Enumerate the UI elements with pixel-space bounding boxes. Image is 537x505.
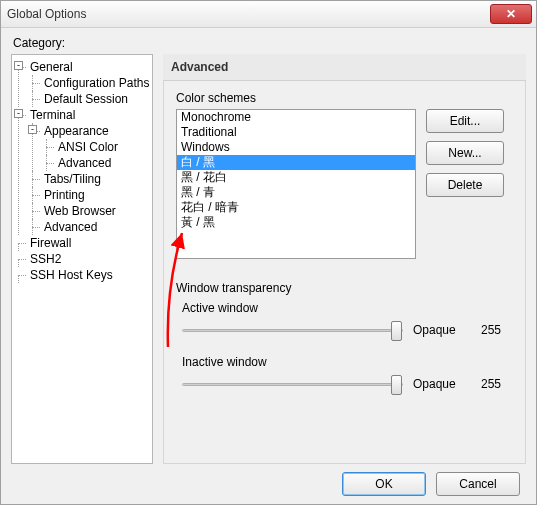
tree-item-advanced-appearance[interactable]: Advanced — [56, 156, 113, 170]
tree-item-ssh2[interactable]: SSH2 — [28, 252, 63, 266]
tree-item-config-paths[interactable]: Configuration Paths — [42, 76, 151, 90]
slider-thumb[interactable] — [391, 375, 402, 395]
scheme-item[interactable]: Traditional — [177, 125, 415, 140]
panel-title: Advanced — [163, 54, 526, 81]
tree-toggle-terminal[interactable]: - — [14, 109, 23, 118]
scheme-item[interactable]: 黑 / 花白 — [177, 170, 415, 185]
inactive-window-label: Inactive window — [182, 355, 513, 369]
slider-track — [182, 383, 403, 386]
close-icon: ✕ — [506, 7, 516, 21]
tree-item-web-browser[interactable]: Web Browser — [42, 204, 118, 218]
tree-toggle-appearance[interactable]: - — [28, 125, 37, 134]
slider-thumb[interactable] — [391, 321, 402, 341]
tree-item-printing[interactable]: Printing — [42, 188, 87, 202]
slider-track — [182, 329, 403, 332]
inactive-window-slider[interactable] — [182, 373, 403, 395]
active-window-label: Active window — [182, 301, 513, 315]
color-schemes-label: Color schemes — [176, 91, 513, 105]
scheme-item[interactable]: Monochrome — [177, 110, 415, 125]
tree-item-default-session[interactable]: Default Session — [42, 92, 130, 106]
dialog-footer: OK Cancel — [11, 464, 526, 496]
category-label: Category: — [13, 36, 526, 50]
settings-panel: Advanced Color schemes MonochromeTraditi… — [163, 54, 526, 464]
scheme-item[interactable]: 黃 / 黑 — [177, 215, 415, 230]
ok-button[interactable]: OK — [342, 472, 426, 496]
tree-item-tabs-tiling[interactable]: Tabs/Tiling — [42, 172, 103, 186]
category-tree[interactable]: - General Configuration Paths Default Se… — [11, 54, 153, 464]
scheme-item[interactable]: Windows — [177, 140, 415, 155]
tree-item-ansi-color[interactable]: ANSI Color — [56, 140, 120, 154]
tree-item-ssh-host-keys[interactable]: SSH Host Keys — [28, 268, 115, 282]
active-window-value: 255 — [481, 323, 513, 337]
active-window-slider[interactable] — [182, 319, 403, 341]
dialog-window: Global Options ✕ Category: - General Con… — [0, 0, 537, 505]
tree-item-general[interactable]: General — [28, 60, 75, 74]
opaque-label: Opaque — [413, 377, 471, 391]
edit-button[interactable]: Edit... — [426, 109, 504, 133]
scheme-item[interactable]: 花白 / 暗青 — [177, 200, 415, 215]
delete-button[interactable]: Delete — [426, 173, 504, 197]
tree-item-advanced-terminal[interactable]: Advanced — [42, 220, 99, 234]
tree-item-terminal[interactable]: Terminal — [28, 108, 77, 122]
scheme-item[interactable]: 黑 / 青 — [177, 185, 415, 200]
scheme-item[interactable]: 白 / 黑 — [177, 155, 415, 170]
tree-item-firewall[interactable]: Firewall — [28, 236, 73, 250]
cancel-button[interactable]: Cancel — [436, 472, 520, 496]
tree-toggle-general[interactable]: - — [14, 61, 23, 70]
transparency-label: Window transparency — [176, 281, 513, 295]
close-button[interactable]: ✕ — [490, 4, 532, 24]
window-title: Global Options — [7, 7, 86, 21]
titlebar: Global Options ✕ — [1, 1, 536, 28]
new-button[interactable]: New... — [426, 141, 504, 165]
tree-item-appearance[interactable]: Appearance — [42, 124, 111, 138]
opaque-label: Opaque — [413, 323, 471, 337]
inactive-window-value: 255 — [481, 377, 513, 391]
color-schemes-listbox[interactable]: MonochromeTraditionalWindows白 / 黑黑 / 花白黑… — [176, 109, 416, 259]
